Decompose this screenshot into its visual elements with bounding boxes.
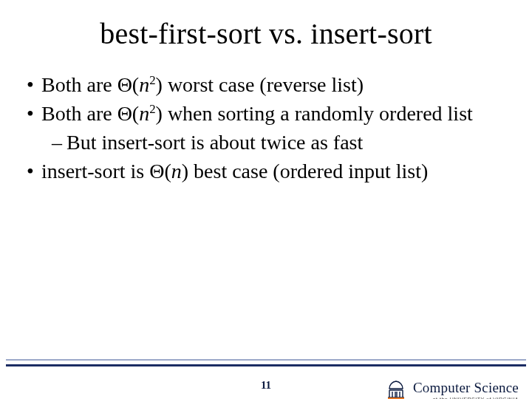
text: Θ( <box>149 160 171 183</box>
uva-rotunda-icon <box>385 378 407 399</box>
brand-sub: at the UNIVERSITY of VIRGINIA <box>413 397 519 400</box>
footer-logo: Computer Science at the UNIVERSITY of VI… <box>385 378 519 399</box>
text: Both are <box>41 102 117 125</box>
slide-body: Both are Θ(n2) worst case (reverse list)… <box>0 72 532 185</box>
text: Both are <box>41 73 117 96</box>
sub-bullet-item: But insert-sort is about twice as fast <box>27 129 504 157</box>
exponent: 2 <box>149 73 155 87</box>
text: Θ( <box>117 73 140 96</box>
variable: n <box>139 73 149 96</box>
bullet-item: Both are Θ(n2) when sorting a randomly o… <box>27 100 504 128</box>
divider-top <box>6 359 526 361</box>
variable: n <box>139 102 149 125</box>
text: ) best case (ordered input list) <box>182 160 429 183</box>
text: Θ( <box>117 102 140 125</box>
brand-main: Computer Science <box>413 381 519 395</box>
text: ) when sorting a randomly ordered list <box>156 102 473 125</box>
bullet-item: insert-sort is Θ(n) best case (ordered i… <box>27 158 504 185</box>
slide: best-first-sort vs. insert-sort Both are… <box>0 16 532 399</box>
slide-title: best-first-sort vs. insert-sort <box>0 16 532 51</box>
footer-logo-text: Computer Science at the UNIVERSITY of VI… <box>413 381 519 400</box>
text: ) worst case (reverse list) <box>156 73 364 96</box>
text: But insert-sort is about twice as fast <box>66 131 363 154</box>
exponent: 2 <box>149 102 155 116</box>
text: insert-sort is <box>41 160 149 183</box>
divider-bottom <box>6 364 526 366</box>
variable: n <box>171 160 182 183</box>
bullet-item: Both are Θ(n2) worst case (reverse list) <box>27 72 504 99</box>
